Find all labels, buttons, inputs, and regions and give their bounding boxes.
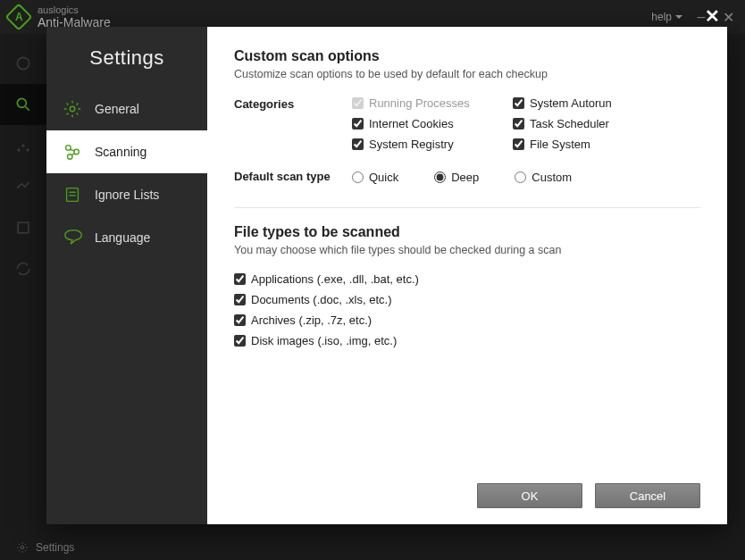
close-modal-button[interactable]: ✕ bbox=[702, 7, 722, 27]
nav-scanning-label: Scanning bbox=[95, 145, 146, 159]
filetypes-sub: You may choose which file types should b… bbox=[234, 244, 700, 256]
scantype-custom-label: Custom bbox=[532, 171, 572, 184]
filetypes-heading: File types to be scanned bbox=[234, 224, 700, 240]
cat-running-label: Running Processes bbox=[369, 96, 470, 110]
cat-system-registry[interactable]: System Registry bbox=[352, 138, 513, 151]
nav-language-label: Language bbox=[95, 230, 150, 245]
cat-running-processes: Running Processes bbox=[352, 96, 513, 110]
cancel-button[interactable]: Cancel bbox=[595, 483, 700, 508]
help-dropdown[interactable]: help bbox=[651, 11, 682, 23]
scan-icon bbox=[63, 142, 82, 162]
ft-docs-label: Documents (.doc, .xls, etc.) bbox=[251, 293, 392, 306]
ft-archives-label: Archives (.zip, .7z, etc.) bbox=[251, 313, 372, 327]
ft-archives[interactable]: Archives (.zip, .7z, etc.) bbox=[234, 313, 700, 327]
cat-registry-label: System Registry bbox=[369, 138, 454, 151]
left-rail bbox=[0, 34, 46, 535]
settings-modal: ✕ Settings General Scanning Ignore Lists… bbox=[46, 27, 727, 524]
nav-language[interactable]: Language bbox=[46, 216, 207, 259]
scantype-quick-radio[interactable] bbox=[352, 171, 364, 183]
svg-point-7 bbox=[21, 546, 24, 549]
cat-registry-checkbox[interactable] bbox=[352, 138, 364, 150]
custom-scan-heading: Custom scan options bbox=[234, 48, 700, 64]
cat-autorun-label: System Autorun bbox=[530, 96, 612, 110]
speech-icon bbox=[63, 228, 82, 247]
gear-icon bbox=[16, 541, 29, 554]
nav-ignore-lists[interactable]: Ignore Lists bbox=[46, 173, 207, 216]
ft-disk-label: Disk images (.iso, .img, etc.) bbox=[251, 334, 397, 347]
ft-disk-checkbox[interactable] bbox=[234, 335, 246, 347]
close-app-button[interactable]: ✕ bbox=[720, 9, 736, 25]
custom-scan-sub: Customize scan options to be used by def… bbox=[234, 68, 700, 80]
svg-point-4 bbox=[17, 148, 20, 151]
brand-label: auslogics bbox=[38, 4, 111, 15]
cat-task-checkbox[interactable] bbox=[513, 118, 524, 130]
ft-documents[interactable]: Documents (.doc, .xls, etc.) bbox=[234, 293, 700, 306]
help-label: help bbox=[651, 11, 672, 23]
cat-task-label: Task Scheduler bbox=[530, 117, 609, 130]
svg-point-5 bbox=[26, 148, 29, 151]
ft-docs-checkbox[interactable] bbox=[234, 294, 246, 305]
statusbar: Settings bbox=[0, 535, 745, 560]
svg-point-1 bbox=[17, 98, 26, 107]
scantype-custom[interactable]: Custom bbox=[515, 171, 572, 184]
cat-filesystem-checkbox[interactable] bbox=[513, 138, 524, 150]
rail-reports-icon[interactable] bbox=[0, 166, 46, 207]
scantype-deep-label: Deep bbox=[451, 171, 479, 184]
settings-sidebar: Settings General Scanning Ignore Lists L… bbox=[46, 27, 207, 524]
nav-general[interactable]: General bbox=[46, 88, 207, 130]
statusbar-settings-link[interactable]: Settings bbox=[36, 541, 74, 554]
settings-title: Settings bbox=[46, 39, 207, 88]
svg-rect-6 bbox=[18, 222, 29, 233]
app-logo-icon: A bbox=[4, 3, 32, 30]
ft-applications[interactable]: Applications (.exe, .dll, .bat, etc.) bbox=[234, 272, 700, 286]
ok-button[interactable]: OK bbox=[477, 483, 582, 508]
categories-label: Categories bbox=[234, 96, 352, 111]
svg-point-0 bbox=[17, 57, 29, 69]
gear-icon bbox=[63, 99, 82, 119]
cat-task-scheduler[interactable]: Task Scheduler bbox=[513, 117, 674, 130]
ft-disk-images[interactable]: Disk images (.iso, .img, etc.) bbox=[234, 334, 700, 347]
scantype-label: Default scan type bbox=[234, 169, 352, 183]
svg-rect-12 bbox=[67, 188, 79, 202]
rail-scheduler-icon[interactable] bbox=[0, 207, 46, 248]
nav-general-label: General bbox=[95, 102, 139, 116]
scantype-deep[interactable]: Deep bbox=[434, 171, 479, 184]
cat-file-system[interactable]: File System bbox=[513, 138, 674, 151]
scantype-deep-radio[interactable] bbox=[434, 171, 446, 183]
cat-filesystem-label: File System bbox=[530, 138, 590, 151]
cat-running-checkbox bbox=[352, 97, 364, 109]
scantype-quick[interactable]: Quick bbox=[352, 171, 398, 184]
scantype-quick-label: Quick bbox=[369, 171, 398, 184]
rail-quarantine-icon[interactable] bbox=[0, 125, 46, 166]
ft-archives-checkbox[interactable] bbox=[234, 314, 246, 326]
cat-system-autorun[interactable]: System Autorun bbox=[513, 96, 674, 110]
cat-internet-cookies[interactable]: Internet Cookies bbox=[352, 117, 513, 130]
rail-update-icon[interactable] bbox=[0, 248, 46, 289]
rail-dashboard-icon[interactable] bbox=[0, 43, 46, 84]
list-icon bbox=[63, 185, 82, 205]
scantype-custom-radio[interactable] bbox=[515, 171, 526, 183]
cat-autorun-checkbox[interactable] bbox=[513, 97, 524, 109]
cat-cookies-label: Internet Cookies bbox=[369, 117, 454, 130]
ft-apps-checkbox[interactable] bbox=[234, 273, 246, 285]
svg-line-2 bbox=[26, 107, 29, 111]
settings-content: Custom scan options Customize scan optio… bbox=[207, 27, 727, 524]
cat-cookies-checkbox[interactable] bbox=[352, 118, 364, 130]
svg-point-8 bbox=[70, 106, 75, 112]
svg-point-3 bbox=[21, 144, 24, 146]
nav-scanning[interactable]: Scanning bbox=[46, 130, 207, 173]
divider bbox=[234, 207, 700, 208]
rail-scan-icon[interactable] bbox=[0, 84, 46, 125]
ft-apps-label: Applications (.exe, .dll, .bat, etc.) bbox=[251, 272, 419, 286]
nav-ignore-label: Ignore Lists bbox=[95, 188, 159, 202]
